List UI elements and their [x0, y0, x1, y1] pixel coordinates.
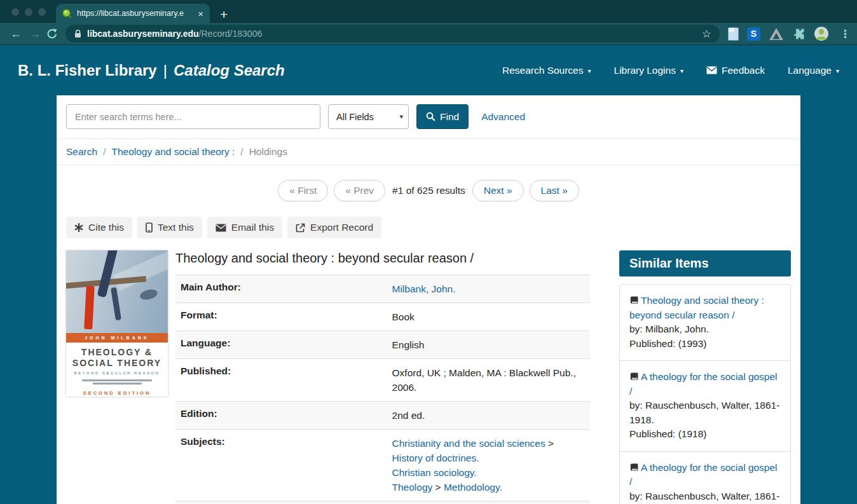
similar-item-title-link[interactable]: A theology for the social gospel / — [629, 371, 778, 397]
phone-icon — [146, 222, 153, 233]
site-header: B. L. Fisher Library | Catalog Search Re… — [0, 45, 857, 95]
record-details: Theology and social theory : beyond secu… — [175, 250, 590, 504]
table-row: Format: Book — [175, 303, 590, 331]
similar-item-published: Published: (1993) — [629, 337, 781, 351]
field-value-format: Book — [387, 303, 590, 331]
nav-item-research-sources[interactable]: Research Sources ▾ — [502, 65, 591, 76]
email-label: Email this — [231, 222, 274, 233]
similar-item-title-link[interactable]: A theology for the social gospel / — [629, 462, 778, 487]
advanced-search-link[interactable]: Advanced — [481, 111, 525, 123]
nav-label: Research Sources — [502, 65, 584, 76]
similar-items-panel: Similar Items Theology and social theory… — [619, 250, 791, 504]
first-page-button[interactable]: « First — [278, 180, 328, 201]
author-link[interactable]: Milbank, John. — [392, 283, 456, 294]
similar-item-title-link[interactable]: Theology and social theory : beyond secu… — [629, 295, 764, 320]
envelope-icon — [216, 224, 226, 232]
breadcrumb-record-link[interactable]: Theology and social theory : — [111, 146, 235, 158]
chevron-down-icon: ▾ — [836, 67, 839, 74]
nav-label: Library Logins — [614, 65, 676, 76]
field-label-subjects: Subjects: — [175, 430, 387, 501]
tab-close-icon[interactable]: × — [198, 9, 203, 18]
lock-icon — [74, 29, 82, 39]
field-label-main-author: Main Author: — [175, 275, 387, 303]
record-view: JOHN MILBANK THEOLOGY & SOCIAL THEORY BE… — [57, 250, 800, 504]
back-button[interactable]: ← — [6, 28, 25, 39]
result-position-status: #1 of 625 results — [392, 185, 465, 196]
result-pagination: « First « Prev #1 of 625 results Next » … — [57, 180, 800, 201]
bookmark-star-icon[interactable]: ☆ — [702, 29, 711, 39]
cite-button[interactable]: Cite this — [66, 217, 132, 238]
window-close-button[interactable] — [11, 8, 19, 16]
subject-link[interactable]: Theology — [392, 482, 433, 493]
similar-item: A theology for the social gospel / by: R… — [620, 361, 790, 452]
page-background: All Fields ▾ Find Advanced Search / Theo… — [0, 95, 857, 504]
extensions-puzzle-icon[interactable] — [792, 27, 806, 41]
subject-link[interactable]: History of doctrines. — [392, 453, 479, 463]
field-value-online-access: Table of contents only Contributor biogr… — [387, 501, 590, 504]
subject-link[interactable]: Christianity and the social sciences — [392, 438, 545, 449]
browser-menu-icon[interactable]: ⋮ — [840, 27, 851, 41]
url-path: /Record/183006 — [199, 29, 263, 39]
field-value-published: Oxford, UK ; Malden, MA : Blackwell Pub.… — [387, 359, 590, 402]
subject-chain: Christianity and the social sciences > H… — [392, 436, 585, 465]
cover-edition: SECOND EDITION — [66, 390, 168, 396]
site-subtitle: Catalog Search — [174, 62, 285, 79]
forward-button[interactable]: → — [25, 28, 45, 39]
new-tab-button[interactable]: + — [220, 8, 228, 21]
book-icon — [629, 372, 638, 383]
cover-title-line1: THEOLOGY & — [66, 347, 168, 358]
url-host: libcat.asburyseminary.edu — [87, 29, 199, 39]
cover-artwork — [66, 250, 168, 333]
subject-chain: Christian sociology. — [392, 465, 585, 480]
field-value-language: English — [387, 331, 590, 359]
search-icon — [426, 112, 435, 121]
window-minimize-button[interactable] — [25, 8, 32, 16]
record-title: Theology and social theory : beyond secu… — [175, 251, 590, 266]
last-page-button[interactable]: Last » — [530, 180, 579, 201]
subject-link[interactable]: Methodology. — [444, 482, 502, 493]
search-type-select[interactable]: All Fields — [328, 104, 409, 129]
breadcrumb-search-link[interactable]: Search — [66, 146, 97, 158]
window-controls[interactable] — [11, 8, 46, 16]
field-label-published: Published: — [175, 359, 387, 402]
cover-review-quote — [82, 379, 152, 385]
nav-item-feedback[interactable]: Feedback — [706, 65, 765, 76]
find-label: Find — [440, 111, 459, 123]
next-page-button[interactable]: Next » — [472, 180, 524, 201]
nav-item-language[interactable]: Language ▾ — [788, 65, 839, 76]
field-value-edition: 2nd ed. — [387, 402, 590, 430]
table-row: Main Author: Milbank, John. — [175, 275, 590, 303]
search-input[interactable] — [66, 104, 320, 129]
text-button[interactable]: Text this — [137, 217, 202, 238]
chevron-down-icon: ▾ — [680, 67, 683, 74]
export-button[interactable]: Export Record — [287, 217, 381, 238]
similar-item: A theology for the social gospel / by: R… — [620, 452, 790, 504]
table-row: Online Access: Table of contents only Co… — [175, 501, 590, 504]
title-divider: | — [163, 62, 167, 79]
similar-items-title: Similar Items — [619, 250, 791, 276]
nav-item-library-logins[interactable]: Library Logins ▾ — [614, 65, 683, 76]
address-bar[interactable]: libcat.asburyseminary.edu/Record/183006 … — [65, 25, 720, 43]
cite-label: Cite this — [88, 222, 124, 233]
table-row: Published: Oxford, UK ; Malden, MA : Bla… — [175, 359, 590, 402]
site-title[interactable]: B. L. Fisher Library — [18, 62, 157, 79]
refresh-button[interactable] — [46, 28, 58, 40]
tab-favicon-icon — [62, 9, 72, 18]
record-toolbar: Cite this Text this Email this — [57, 217, 800, 238]
top-navigation: Research Sources ▾ Library Logins ▾ Feed… — [502, 65, 839, 76]
find-button[interactable]: Find — [416, 104, 469, 129]
profile-avatar[interactable] — [814, 26, 829, 41]
subject-link[interactable]: Christian sociology. — [392, 467, 477, 478]
prev-page-button[interactable]: « Prev — [334, 180, 385, 201]
skype-extension-icon[interactable]: S — [747, 27, 760, 41]
table-row: Edition: 2nd ed. — [175, 402, 590, 430]
browser-tab[interactable]: https://libcat.asburyseminary.e × — [56, 4, 210, 23]
reading-list-icon[interactable] — [728, 27, 739, 41]
book-cover: JOHN MILBANK THEOLOGY & SOCIAL THEORY BE… — [66, 250, 168, 397]
window-zoom-button[interactable] — [38, 8, 46, 16]
cover-author-band: JOHN MILBANK — [66, 333, 168, 343]
similar-item-published: Published: (1918) — [629, 427, 781, 442]
drive-icon[interactable] — [769, 27, 784, 41]
table-row: Language: English — [175, 331, 590, 359]
email-button[interactable]: Email this — [207, 217, 282, 238]
